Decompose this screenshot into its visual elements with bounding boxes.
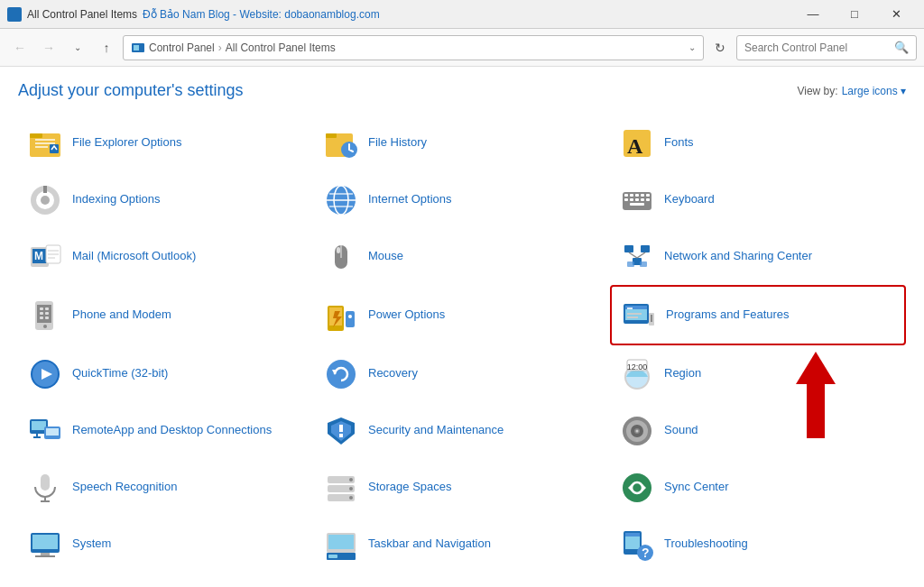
icon-indexing-options bbox=[27, 182, 63, 218]
svg-text:?: ? bbox=[642, 546, 650, 560]
item-system[interactable]: System bbox=[18, 516, 314, 573]
icon-fonts: A bbox=[619, 125, 655, 161]
svg-rect-75 bbox=[627, 313, 642, 315]
label-system: System bbox=[72, 537, 111, 552]
svg-rect-48 bbox=[624, 245, 633, 252]
svg-text:M: M bbox=[34, 250, 43, 262]
item-file-history[interactable]: File History bbox=[314, 115, 610, 171]
item-taskbar-navigation[interactable]: Taskbar and Navigation bbox=[314, 516, 610, 573]
icon-system bbox=[27, 527, 63, 563]
address-dropdown-icon[interactable]: ⌄ bbox=[688, 42, 696, 52]
item-sync-center[interactable]: Sync Center bbox=[610, 459, 906, 516]
svg-rect-123 bbox=[625, 533, 640, 537]
svg-rect-34 bbox=[635, 198, 639, 201]
item-speech-recognition[interactable]: Speech Recognition bbox=[18, 459, 314, 516]
item-remoteapp[interactable]: RemoteApp and Desktop Connections bbox=[18, 402, 314, 459]
svg-line-51 bbox=[629, 252, 637, 258]
search-icon: 🔍 bbox=[894, 41, 909, 54]
item-indexing-options[interactable]: Indexing Options bbox=[18, 171, 314, 228]
item-storage-spaces[interactable]: Storage Spaces bbox=[314, 459, 610, 516]
item-security-maintenance[interactable]: Security and Maintenance bbox=[314, 402, 610, 459]
svg-rect-30 bbox=[641, 194, 644, 197]
svg-rect-54 bbox=[640, 261, 647, 267]
label-troubleshooting: Troubleshooting bbox=[664, 537, 748, 552]
item-sound[interactable]: Sound bbox=[610, 402, 906, 459]
label-file-explorer-options: File Explorer Options bbox=[72, 135, 181, 151]
svg-text:A: A bbox=[627, 134, 643, 158]
breadcrumb-control-panel[interactable]: Control Panel bbox=[149, 41, 215, 54]
icon-recovery bbox=[323, 356, 359, 392]
svg-rect-9 bbox=[35, 142, 55, 144]
item-recovery[interactable]: Recovery bbox=[314, 345, 610, 402]
title-bar-app-name: All Control Panel Items bbox=[27, 8, 137, 21]
refresh-button[interactable]: ↻ bbox=[707, 35, 733, 60]
svg-rect-29 bbox=[635, 194, 639, 197]
svg-text:12:00: 12:00 bbox=[627, 362, 648, 371]
svg-rect-94 bbox=[339, 425, 343, 432]
svg-point-108 bbox=[349, 487, 353, 491]
label-quicktime: QuickTime (32-bit) bbox=[72, 366, 168, 381]
icon-keyboard bbox=[619, 182, 655, 218]
svg-rect-56 bbox=[37, 305, 51, 323]
svg-rect-74 bbox=[651, 315, 652, 322]
minimize-button[interactable]: — bbox=[792, 0, 834, 29]
item-programs-features[interactable]: Programs and Features bbox=[610, 285, 906, 345]
item-power-options[interactable]: Power Options bbox=[314, 285, 610, 345]
svg-rect-61 bbox=[45, 312, 49, 315]
label-internet-options: Internet Options bbox=[368, 192, 452, 207]
icon-sound bbox=[619, 413, 655, 449]
icon-taskbar-navigation bbox=[323, 527, 359, 563]
item-fonts[interactable]: A Fonts bbox=[610, 115, 906, 171]
svg-rect-7 bbox=[30, 133, 42, 138]
label-mouse: Mouse bbox=[368, 249, 403, 264]
icon-file-explorer-options bbox=[27, 125, 63, 161]
title-bar-blog: Đỗ Bảo Nam Blog - Website: dobaonamblog.… bbox=[143, 8, 380, 21]
back-button[interactable]: ← bbox=[7, 35, 32, 60]
svg-rect-32 bbox=[624, 198, 628, 201]
svg-line-52 bbox=[637, 252, 645, 258]
title-bar: All Control Panel Items Đỗ Bảo Nam Blog … bbox=[0, 0, 924, 29]
breadcrumb-all-items[interactable]: All Control Panel Items bbox=[226, 41, 336, 54]
item-phone-modem[interactable]: Phone and Modem bbox=[18, 285, 314, 345]
item-file-explorer-options[interactable]: File Explorer Options bbox=[18, 115, 314, 171]
main-content: Adjust your computer's settings View by:… bbox=[0, 67, 924, 587]
item-network-sharing[interactable]: Network and Sharing Center bbox=[610, 228, 906, 285]
svg-rect-31 bbox=[646, 194, 650, 197]
dropdown-button[interactable]: ⌄ bbox=[65, 35, 90, 60]
svg-rect-33 bbox=[630, 198, 633, 201]
icon-network-sharing bbox=[619, 239, 655, 275]
label-speech-recognition: Speech Recognition bbox=[72, 480, 177, 495]
forward-button[interactable]: → bbox=[36, 35, 61, 60]
svg-rect-89 bbox=[46, 428, 59, 436]
svg-rect-58 bbox=[40, 307, 43, 310]
svg-rect-27 bbox=[624, 194, 628, 197]
svg-rect-63 bbox=[45, 316, 49, 319]
svg-rect-118 bbox=[328, 535, 354, 549]
item-region[interactable]: 12:00 Region bbox=[610, 345, 906, 402]
close-button[interactable]: ✕ bbox=[875, 0, 917, 29]
breadcrumb-path: Control Panel › All Control Panel Items bbox=[149, 41, 685, 54]
svg-point-100 bbox=[636, 429, 639, 432]
maximize-button[interactable]: □ bbox=[834, 0, 875, 29]
up-button[interactable]: ↑ bbox=[94, 35, 119, 60]
label-file-history: File History bbox=[368, 135, 427, 151]
icon-mouse bbox=[323, 239, 359, 275]
svg-rect-72 bbox=[627, 307, 633, 309]
icon-security-maintenance bbox=[323, 413, 359, 449]
item-mail-outlook[interactable]: M Mail (Microsoft Outlook) bbox=[18, 228, 314, 285]
view-by-label: View by: bbox=[797, 85, 837, 97]
label-region: Region bbox=[664, 366, 701, 381]
item-quicktime[interactable]: QuickTime (32-bit) bbox=[18, 345, 314, 402]
item-troubleshooting[interactable]: ? Troubleshooting bbox=[610, 516, 906, 573]
content-header: Adjust your computer's settings View by:… bbox=[18, 81, 906, 100]
icon-troubleshooting: ? bbox=[619, 527, 655, 563]
view-mode-button[interactable]: Large icons ▾ bbox=[842, 85, 906, 97]
item-internet-options[interactable]: Internet Options bbox=[314, 171, 610, 228]
svg-rect-67 bbox=[346, 311, 355, 327]
svg-point-68 bbox=[348, 315, 352, 318]
search-input[interactable] bbox=[744, 41, 891, 54]
svg-rect-95 bbox=[339, 434, 343, 437]
svg-rect-62 bbox=[40, 316, 43, 319]
item-mouse[interactable]: Mouse bbox=[314, 228, 610, 285]
item-keyboard[interactable]: Keyboard bbox=[610, 171, 906, 228]
